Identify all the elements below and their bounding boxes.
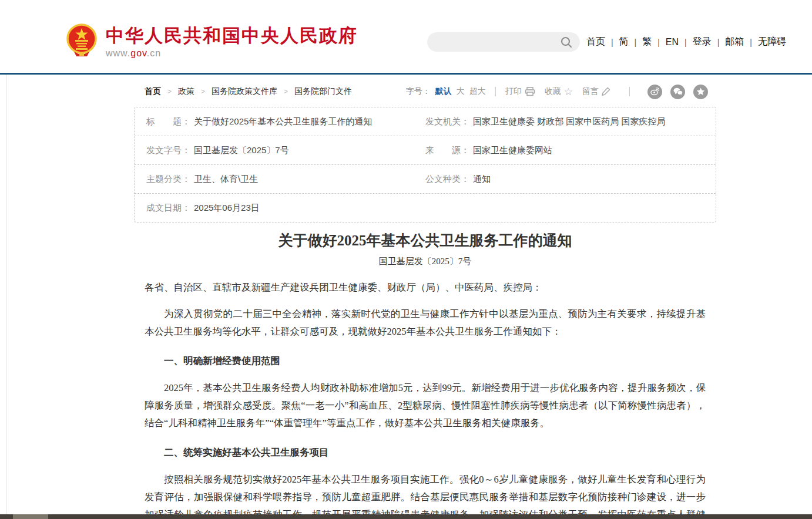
top-nav: 首页|简|繁|EN|登录|邮箱|无障碍 — [586, 36, 786, 48]
comment-button[interactable]: 留言 — [582, 86, 610, 97]
breadcrumb-toolbar-row: 首页>政策>国务院政策文件库>国务院部门文件 字号： 默认大超大 打印 收藏 ☆… — [134, 83, 716, 100]
meta-label: 来 源： — [425, 145, 469, 156]
paragraph: 为深入贯彻党的二十届三中全会精神，落实新时代党的卫生与健康工作方针中以基层为重点… — [145, 305, 706, 341]
breadcrumb-item-1[interactable]: 政策 — [178, 86, 194, 97]
print-button[interactable]: 打印 — [505, 86, 535, 97]
nav-link-6[interactable]: 无障碍 — [758, 36, 786, 48]
meta-cell: 主题分类：卫生、体育\卫生 — [135, 174, 425, 185]
toolbar-divider — [629, 87, 630, 96]
star-icon: ☆ — [564, 87, 573, 97]
paragraph: 各省、自治区、直辖市及新疆生产建设兵团卫生健康委、财政厅（局）、中医药局、疾控局… — [145, 279, 706, 296]
nav-link-3[interactable]: EN — [666, 37, 679, 48]
national-emblem-icon — [66, 23, 98, 58]
section-heading: 二、统筹实施好基本公共卫生服务项目 — [145, 444, 706, 461]
meta-value: 国卫基层发〔2025〕7号 — [194, 145, 289, 156]
meta-label: 公文种类： — [425, 174, 469, 185]
meta-value: 卫生、体育\卫生 — [194, 174, 258, 185]
breadcrumb-separator: > — [284, 87, 288, 96]
page-toolbar: 字号： 默认大超大 打印 收藏 ☆ 留言 — [406, 85, 716, 99]
document-title: 关于做好2025年基本公共卫生服务工作的通知 — [145, 231, 706, 250]
section-heading: 一、明确新增经费使用范围 — [145, 352, 706, 370]
nav-link-1[interactable]: 简 — [619, 36, 629, 48]
meta-cell: 来 源：国家卫生健康委网站 — [425, 145, 716, 156]
url-gov: gov — [130, 48, 147, 58]
print-label: 打印 — [505, 86, 522, 97]
nav-separator: | — [635, 38, 637, 47]
meta-cell: 发文字号：国卫基层发〔2025〕7号 — [135, 145, 425, 156]
meta-row: 标 题：关于做好2025年基本公共卫生服务工作的通知发文机关：国家卫生健康委 财… — [135, 107, 716, 136]
search-icon[interactable] — [560, 36, 573, 49]
search-box[interactable] — [427, 32, 580, 52]
viewport-edge-line — [6, 0, 6, 514]
font-size-option-2[interactable]: 超大 — [469, 86, 486, 96]
breadcrumb-item-0[interactable]: 首页 — [145, 86, 161, 97]
font-size-options: 默认大超大 — [431, 86, 486, 97]
nav-separator: | — [685, 38, 687, 47]
site-url: www.gov.cn — [106, 48, 358, 59]
nav-separator: | — [657, 38, 660, 47]
meta-row: 主题分类：卫生、体育\卫生公文种类：通知 — [135, 164, 716, 193]
nav-link-5[interactable]: 邮箱 — [725, 36, 744, 48]
breadcrumb-item-2[interactable]: 国务院政策文件库 — [212, 86, 277, 97]
nav-link-2[interactable]: 繁 — [642, 36, 652, 48]
meta-cell: 标 题：关于做好2025年基本公共卫生服务工作的通知 — [135, 116, 425, 127]
nav-separator: | — [717, 38, 720, 47]
search-input[interactable] — [427, 32, 560, 52]
breadcrumb-item-3[interactable]: 国务院部门文件 — [294, 86, 352, 97]
breadcrumb: 首页>政策>国务院政策文件库>国务院部门文件 — [134, 86, 352, 97]
meta-label: 发文字号： — [146, 145, 190, 156]
nav-separator: | — [611, 38, 613, 47]
site-logo[interactable]: 中华人民共和国中央人民政府 www.gov.cn — [66, 23, 358, 59]
qzone-icon[interactable] — [693, 85, 708, 99]
document-number: 国卫基层发〔2025〕7号 — [145, 256, 706, 267]
meta-value: 2025年06月23日 — [194, 203, 260, 214]
document-article: 关于做好2025年基本公共卫生服务工作的通知 国卫基层发〔2025〕7号 各省、… — [145, 231, 706, 519]
meta-cell: 发文机关：国家卫生健康委 财政部 国家中医药局 国家疾控局 — [425, 116, 716, 127]
breadcrumb-separator: > — [201, 87, 205, 96]
site-header: 中华人民共和国中央人民政府 www.gov.cn 首页|简|繁|EN|登录|邮箱… — [0, 0, 812, 75]
meta-value: 关于做好2025年基本公共卫生服务工作的通知 — [194, 116, 372, 127]
wechat-icon[interactable] — [670, 85, 685, 99]
breadcrumb-separator: > — [167, 87, 172, 96]
meta-label: 主题分类： — [146, 174, 190, 185]
meta-value: 国家卫生健康委 财政部 国家中医药局 国家疾控局 — [473, 116, 666, 127]
paragraph: 按照相关服务规范切实做好2025年基本公共卫生服务项目实施工作。强化0～6岁儿童… — [145, 471, 706, 519]
nav-link-0[interactable]: 首页 — [586, 36, 605, 48]
favorite-label: 收藏 — [545, 86, 561, 97]
meta-value: 通知 — [473, 174, 491, 185]
font-size-label: 字号： — [406, 86, 431, 97]
meta-row: 发文字号：国卫基层发〔2025〕7号来 源：国家卫生健康委网站 — [135, 136, 716, 164]
printer-icon — [525, 87, 535, 96]
site-title: 中华人民共和国中央人民政府 — [106, 26, 358, 46]
meta-label: 成文日期： — [146, 203, 190, 214]
favorite-button[interactable]: 收藏 ☆ — [545, 86, 573, 97]
meta-label: 发文机关： — [425, 116, 469, 127]
footer-edge-thumb — [13, 514, 48, 519]
font-size-option-1[interactable]: 大 — [457, 86, 465, 96]
meta-label: 标 题： — [146, 116, 190, 127]
font-size-option-0[interactable]: 默认 — [435, 86, 452, 96]
meta-value: 国家卫生健康委网站 — [473, 145, 552, 156]
share-buttons — [639, 85, 708, 99]
pencil-icon — [602, 87, 610, 96]
meta-cell: 成文日期：2025年06月23日 — [135, 203, 425, 214]
comment-label: 留言 — [582, 86, 599, 97]
toolbar-divider — [495, 87, 496, 96]
logo-text: 中华人民共和国中央人民政府 www.gov.cn — [106, 23, 358, 59]
document-body: 各省、自治区、直辖市及新疆生产建设兵团卫生健康委、财政厅（局）、中医药局、疾控局… — [145, 279, 706, 519]
url-cn: .cn — [147, 48, 161, 58]
footer-edge-bar — [0, 514, 812, 519]
nav-separator: | — [750, 38, 752, 47]
meta-cell: 公文种类：通知 — [425, 174, 716, 185]
meta-row: 成文日期：2025年06月23日 — [135, 193, 716, 222]
paragraph: 2025年，基本公共卫生服务经费人均财政补助标准增加5元，达到99元。新增经费用… — [145, 379, 706, 432]
nav-link-4[interactable]: 登录 — [693, 36, 712, 48]
weibo-icon[interactable] — [647, 85, 662, 99]
url-www: www. — [106, 48, 130, 58]
document-meta-table: 标 题：关于做好2025年基本公共卫生服务工作的通知发文机关：国家卫生健康委 财… — [134, 107, 716, 223]
